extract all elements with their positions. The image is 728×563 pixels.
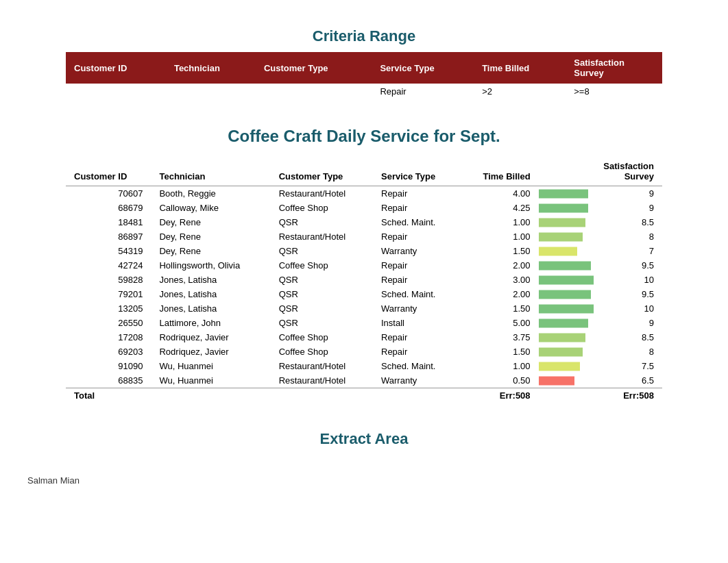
satisfaction-cell: 8.5	[539, 215, 662, 229]
table-cell: Dey, Rene	[151, 229, 270, 244]
satisfaction-cell: 10	[539, 273, 662, 287]
table-cell: Rodriquez, Javier	[151, 330, 270, 345]
criteria-cell: >=8	[566, 84, 662, 99]
satisfaction-bar	[539, 333, 585, 342]
table-cell: 42724	[66, 258, 151, 273]
criteria-table: Customer ID Technician Customer Type Ser…	[66, 52, 662, 99]
table-cell: 1.00	[460, 359, 538, 373]
main-header-timebilled: Time Billed	[460, 157, 538, 186]
table-cell: Restaurant/Hotel	[271, 186, 373, 201]
table-cell: 1.50	[460, 345, 538, 359]
table-row: 54319Dey, ReneQSRWarranty1.507	[66, 244, 662, 258]
table-cell: 2.00	[460, 258, 538, 273]
criteria-cell	[166, 84, 256, 99]
satisfaction-cell: 8	[539, 229, 662, 244]
table-cell: Lattimore, John	[151, 316, 270, 330]
table-cell: Coffee Shop	[271, 345, 373, 359]
total-row: TotalErr:508Err:508	[66, 388, 662, 403]
table-row: 70607Booth, ReggieRestaurant/HotelRepair…	[66, 186, 662, 201]
satisfaction-value: 10	[644, 303, 654, 314]
table-cell: 13205	[66, 301, 151, 316]
criteria-header-timebilled: Time Billed	[474, 52, 566, 84]
table-cell: 4.25	[460, 201, 538, 215]
satisfaction-cell: 7	[539, 244, 662, 258]
table-cell: Restaurant/Hotel	[271, 229, 373, 244]
table-cell: QSR	[271, 244, 373, 258]
table-cell: 70607	[66, 186, 151, 201]
table-cell: 79201	[66, 287, 151, 301]
satisfaction-value: 8	[649, 232, 654, 242]
criteria-cell	[66, 84, 166, 99]
main-header-customertype: Customer Type	[271, 157, 373, 186]
satisfaction-cell: 9.5	[539, 287, 662, 301]
table-cell: Coffee Shop	[271, 201, 373, 215]
table-cell: QSR	[271, 287, 373, 301]
satisfaction-value: 9	[649, 203, 654, 213]
criteria-data-row: Repair>2>=8	[66, 84, 662, 99]
satisfaction-cell: 6.5	[539, 373, 662, 388]
table-row: 91090Wu, HuanmeiRestaurant/HotelSched. M…	[66, 359, 662, 373]
satisfaction-value: 9	[649, 188, 654, 199]
satisfaction-bar	[539, 290, 591, 299]
satisfaction-cell: 9.5	[539, 258, 662, 273]
table-cell: 1.50	[460, 301, 538, 316]
table-cell: Jones, Latisha	[151, 301, 270, 316]
table-row: 68679Calloway, MikeCoffee ShopRepair4.25…	[66, 201, 662, 215]
total-sat: Err:508	[539, 388, 662, 403]
table-cell: QSR	[271, 215, 373, 229]
table-cell: 2.00	[460, 287, 538, 301]
main-title: Coffee Craft Daily Service for Sept.	[27, 127, 701, 146]
criteria-cell: Repair	[372, 84, 474, 99]
table-cell: Repair	[373, 258, 460, 273]
satisfaction-bar	[539, 189, 588, 198]
total-blank	[271, 388, 373, 403]
table-cell: Sched. Maint.	[373, 359, 460, 373]
table-row: 68835Wu, HuanmeiRestaurant/HotelWarranty…	[66, 373, 662, 388]
table-row: 59828Jones, LatishaQSRRepair3.0010	[66, 273, 662, 287]
satisfaction-bar	[539, 347, 583, 356]
footer-name: Salman Mian	[27, 475, 701, 486]
table-cell: Warranty	[373, 373, 460, 388]
table-cell: 17208	[66, 330, 151, 345]
table-cell: Warranty	[373, 244, 460, 258]
table-cell: 91090	[66, 359, 151, 373]
total-time: Err:508	[460, 388, 538, 403]
table-cell: Warranty	[373, 301, 460, 316]
main-header-satisfaction: SatisfactionSurvey	[539, 157, 662, 186]
satisfaction-bar	[539, 247, 577, 255]
table-cell: 68835	[66, 373, 151, 388]
table-cell: Jones, Latisha	[151, 287, 270, 301]
table-cell: Restaurant/Hotel	[271, 359, 373, 373]
table-cell: Wu, Huanmei	[151, 373, 270, 388]
table-row: 42724Hollingsworth, OliviaCoffee ShopRep…	[66, 258, 662, 273]
satisfaction-value: 9.5	[642, 289, 654, 299]
criteria-cell	[256, 84, 372, 99]
table-cell: Sched. Maint.	[373, 287, 460, 301]
table-cell: 0.50	[460, 373, 538, 388]
table-cell: 59828	[66, 273, 151, 287]
table-cell: Repair	[373, 201, 460, 215]
satisfaction-bar	[539, 376, 574, 385]
table-row: 69203Rodriquez, JavierCoffee ShopRepair1…	[66, 345, 662, 359]
criteria-title: Criteria Range	[27, 27, 701, 45]
table-cell: Restaurant/Hotel	[271, 373, 373, 388]
criteria-header-row: Customer ID Technician Customer Type Ser…	[66, 52, 662, 84]
satisfaction-bar	[539, 218, 585, 227]
table-cell: 3.75	[460, 330, 538, 345]
satisfaction-bar	[539, 261, 591, 270]
satisfaction-cell: 9	[539, 201, 662, 215]
satisfaction-bar	[539, 318, 588, 327]
total-blank	[373, 388, 460, 403]
table-row: 18481Dey, ReneQSRSched. Maint.1.008.5	[66, 215, 662, 229]
satisfaction-value: 7	[649, 246, 654, 256]
main-header-technician: Technician	[151, 157, 270, 186]
satisfaction-value: 8.5	[642, 332, 654, 342]
table-cell: Install	[373, 316, 460, 330]
satisfaction-cell: 8.5	[539, 330, 662, 345]
table-cell: Sched. Maint.	[373, 215, 460, 229]
table-row: 79201Jones, LatishaQSRSched. Maint.2.009…	[66, 287, 662, 301]
main-header-customerid: Customer ID	[66, 157, 151, 186]
table-cell: 1.50	[460, 244, 538, 258]
table-cell: Repair	[373, 345, 460, 359]
table-row: 26550Lattimore, JohnQSRInstall5.009	[66, 316, 662, 330]
